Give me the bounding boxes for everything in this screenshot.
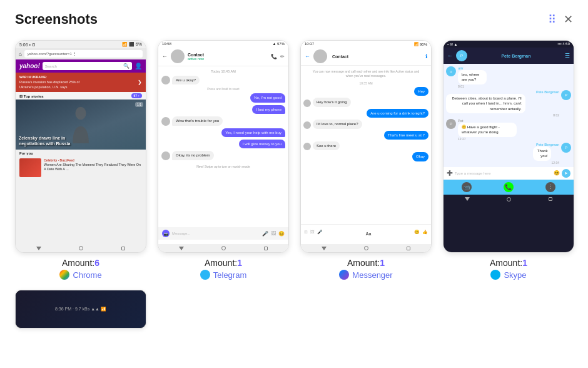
skype-input-row[interactable]: ➕ Type a message here 😊 ➤	[444, 167, 574, 180]
chrome-url-bar[interactable]: yahoo.com/?guccounter=1 ⋮	[24, 50, 143, 58]
article-row: Celebrity · BuzzFeed Women Are Sharing T…	[16, 157, 146, 178]
chrome-statusbar: 5:06 ▪ G 📶 ⬛ 6%	[16, 41, 146, 48]
msn-statusbar: 10:37 📶 90%	[301, 41, 431, 48]
tg-header: ← Contact active now 📞 ✏	[158, 47, 288, 66]
screenshot-item-messenger: 10:37 📶 90% ← Contact ℹ You can now mess…	[300, 40, 432, 280]
skype-statusbar: ▪ ✉ ▲ ▪▪▪ 4:59	[444, 41, 574, 48]
skype-label: Amount:1 Skype	[490, 258, 527, 280]
messenger-app-icon	[339, 270, 349, 280]
skype-chat-area: u uiir bro, where are you? 8:01 Pete Ber…	[444, 64, 574, 167]
skype-app-name: Skype	[504, 270, 526, 280]
chrome-nav-bottom	[16, 244, 146, 252]
tg-camera-icon: 📷	[162, 230, 170, 237]
messenger-label: Amount:1 Messenger	[339, 258, 392, 280]
tg-contact-avatar	[171, 49, 185, 63]
messenger-phone-screen: 10:37 📶 90% ← Contact ℹ You can now mess…	[301, 41, 431, 252]
bottom-row: 8:36 PM · 9.7 kBs ▲▲ 📶	[0, 290, 588, 339]
screenshots-grid: 5:06 ▪ G 📶 ⬛ 6% ⌂ yahoo.com/?guccounter=…	[0, 34, 588, 290]
telegram-phone-screen: 10:58 ▲ 97% ← Contact active now 📞 ✏	[158, 41, 288, 252]
skype-nav-bottom	[444, 195, 574, 204]
chrome-nav-bar: ⌂ yahoo.com/?guccounter=1 ⋮	[16, 48, 146, 59]
skype-phone-screen: ▪ ✉ ▲ ▪▪▪ 4:59 ← P Pete Bergman ☰ u uiir	[444, 41, 574, 252]
tg-message-received: Are u okay?	[161, 76, 285, 84]
telegram-app-name: Telegram	[213, 270, 246, 280]
bottom-screenshot-1[interactable]: 8:36 PM · 9.7 kBs ▲▲ 📶	[15, 290, 146, 329]
chrome-phone-screen: 5:06 ▪ G 📶 ⬛ 6% ⌂ yahoo.com/?guccounter=…	[16, 41, 146, 252]
telegram-label: Amount:1 Telegram	[200, 258, 246, 280]
chrome-app-icon	[59, 270, 69, 280]
page-title: Screenshots	[15, 11, 98, 28]
header-actions: ⠿ ✕	[548, 13, 573, 26]
page-header: Screenshots ⠿ ✕	[0, 0, 588, 34]
skype-call-bar[interactable]: 📹 📞 ⋮	[444, 180, 574, 195]
tg-chat-area: Today 10:45 AM Are u okay? Press and hol…	[158, 66, 288, 163]
screenshot-item-telegram: 10:58 ▲ 97% ← Contact active now 📞 ✏	[158, 40, 289, 280]
top-stories-bar: ⊞ Top stories 57 ↑	[16, 92, 146, 100]
yahoo-bar: yahoo! Search 🔍 👤	[16, 59, 146, 73]
tg-nav-bottom	[158, 244, 288, 252]
tg-input-row[interactable]: 📷 Message... 🎤 🖼 😊	[158, 227, 288, 240]
phone-frame-skype[interactable]: ▪ ✉ ▲ ▪▪▪ 4:59 ← P Pete Bergman ☰ u uiir	[443, 40, 574, 253]
phone-frame-chrome[interactable]: 5:06 ▪ G 📶 ⬛ 6% ⌂ yahoo.com/?guccounter=…	[15, 40, 146, 253]
msn-contact-avatar	[313, 49, 327, 63]
screenshot-item-skype: ▪ ✉ ▲ ▪▪▪ 4:59 ← P Pete Bergman ☰ u uiir	[443, 40, 574, 280]
chrome-label: Amount:6 Chrome	[59, 258, 101, 280]
skype-header: ← P Pete Bergman ☰	[444, 48, 574, 64]
telegram-app-icon	[200, 270, 210, 280]
skype-app-icon	[490, 270, 500, 280]
msn-bottom-bar[interactable]: ⊞ 🖼 🎤 Aa 😊 👍	[301, 224, 431, 240]
close-icon[interactable]: ✕	[564, 13, 573, 26]
msn-chat-area: You can now message and call each other …	[301, 66, 431, 164]
grid-icon[interactable]: ⠿	[548, 13, 556, 26]
yahoo-search-input[interactable]: Search 🔍	[43, 62, 132, 70]
news-banner: WAR IN UKRAINE: Russia's invasion has di…	[16, 73, 146, 92]
person-silhouette-icon	[68, 106, 93, 143]
tg-statusbar: 10:58 ▲ 97%	[158, 41, 288, 47]
messenger-app-name: Messenger	[352, 270, 392, 280]
msn-nav-bottom	[301, 244, 431, 252]
story-image: 1/1 Zelensky draws line innegotiations w…	[16, 100, 146, 150]
msn-header: ← Contact ℹ	[301, 48, 431, 66]
screenshot-item-chrome: 5:06 ▪ G 📶 ⬛ 6% ⌂ yahoo.com/?guccounter=…	[15, 40, 146, 280]
phone-frame-telegram[interactable]: 10:58 ▲ 97% ← Contact active now 📞 ✏	[158, 40, 289, 253]
phone-frame-messenger[interactable]: 10:37 📶 90% ← Contact ℹ You can now mess…	[300, 40, 432, 253]
svg-point-0	[75, 107, 86, 120]
chrome-app-name: Chrome	[73, 270, 101, 280]
